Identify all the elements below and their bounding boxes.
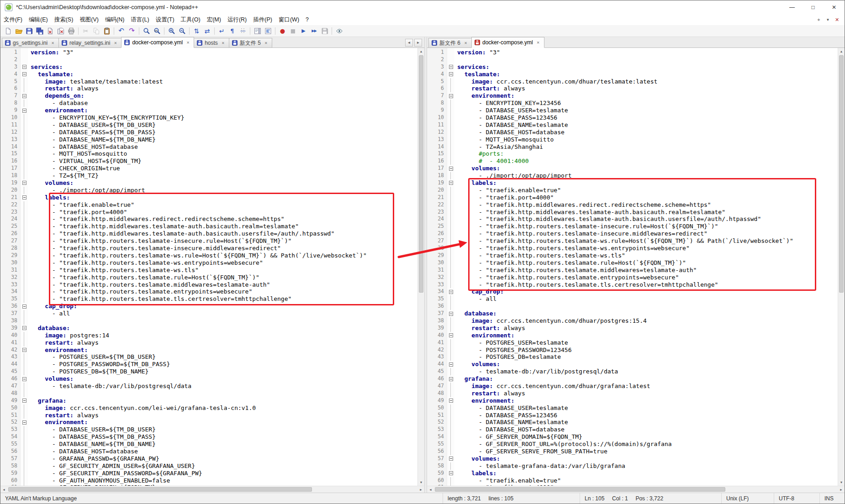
code-line[interactable]: 19 volumes: [0,179,417,187]
toolbar-doc-map-button[interactable] [253,26,262,36]
code-line[interactable]: 5 image: ccr.ccs.tencentyun.com/dhuar/te… [427,78,838,85]
code-line[interactable]: 25 - "traefik.http.routers.teslamate-ins… [427,223,838,230]
scrollbar-track[interactable] [418,55,424,479]
toolbar-close-button[interactable] [45,26,55,36]
code-line[interactable]: 41 restart: always [0,339,417,346]
right-vertical-scrollbar[interactable] [838,48,845,486]
fold-toggle[interactable] [449,167,453,171]
code-line[interactable]: 30 - "traefik.http.routers.teslamate.rul… [427,259,838,267]
code-line[interactable]: 55 - GF_SERVER_ROOT_URL=%(protocol)s://%… [427,441,838,448]
code-line[interactable]: 40 environment: [427,332,838,339]
code-line[interactable]: 58 - GF_SECURITY_ADMIN_USER=${GRAFANA_US… [0,462,417,470]
code-line[interactable]: 31 - "traefik.http.routers.teslamate-ws.… [0,267,417,274]
toolbar-find-button[interactable] [142,26,151,36]
toolbar-close-all-button[interactable] [56,26,65,36]
menu-item-7[interactable]: 设置(T) [153,15,178,25]
code-line[interactable]: 35 - all [427,295,838,303]
code-line[interactable]: 47 image: ccr.ccs.tencentyun.com/dhuar/g… [427,383,838,390]
code-line[interactable]: 15 #ports: [427,150,838,158]
menu-item-12[interactable]: 窗口(W) [275,15,302,25]
code-line[interactable]: 34 - "traefik.http.routers.teslamate.ent… [0,288,417,295]
fold-toggle[interactable] [22,304,26,309]
code-line[interactable]: 27 - "traefik.http.routers.teslamate-ws.… [427,237,838,245]
fold-toggle[interactable] [449,333,453,337]
code-line[interactable]: 59 labels: [427,470,838,477]
menu-item-5[interactable]: 编码(N) [102,15,127,25]
code-line[interactable]: 28 - "traefik.http.routers.teslamate-ws.… [427,245,838,252]
fold-toggle[interactable] [22,195,26,200]
code-line[interactable]: 41 - POSTGRES_USER=teslamate [427,339,838,346]
code-line[interactable]: 49 environment: [427,397,838,404]
code-line[interactable]: 42 environment: [0,346,417,354]
code-line[interactable]: 60 - GF_AUTH_ANONYMOUS_ENABLED=false [0,477,417,484]
code-line[interactable]: 21 labels: [0,194,417,201]
fold-toggle[interactable] [449,72,453,76]
code-line[interactable]: 23 - "traefik.port=4000" [0,209,417,216]
code-line[interactable]: 28 - "traefik.http.routers.teslamate-ins… [0,245,417,252]
toolbar-save-macro-button[interactable] [320,26,329,36]
code-line[interactable]: 54 - DATABASE_PASS=${TM_DB_PASS} [0,433,417,441]
fold-toggle[interactable] [449,471,453,475]
code-line[interactable]: 49 grafana: [0,397,417,404]
code-line[interactable]: 10 - DATABASE_PASS=123456 [427,114,838,121]
code-line[interactable]: 56 - GF_SERVER_SERVE_FROM_SUB_PATH=true [427,448,838,455]
toolbar-paste-button[interactable] [102,26,111,36]
menu-item-10[interactable]: 运行(R) [224,15,250,25]
code-line[interactable]: 33 - "traefik.http.routers.teslamate.tls… [427,281,838,289]
scrollbar-thumb[interactable] [839,55,844,293]
code-line[interactable]: 20 - ./import:/opt/app/import [0,187,417,194]
code-line[interactable]: 50 image: ccr.ccs.tencentyun.com/lei-wei… [0,404,417,412]
code-line[interactable]: 34 cap_drop: [427,288,838,295]
fold-toggle[interactable] [449,312,453,316]
scrollbar-track[interactable] [434,486,838,493]
toolbar-replace-button[interactable]: ab [152,26,162,36]
code-line[interactable]: 9 environment: [0,107,417,114]
code-line[interactable]: 38 image: ccr.ccs.tencentyun.com/dhuar/p… [427,317,838,325]
toolbar-record-macro-button[interactable]: ● [278,26,287,36]
right-horizontal-scrollbar[interactable] [427,486,845,493]
scrollbar-track[interactable] [7,486,417,493]
code-line[interactable]: 37 - all [0,310,417,317]
code-line[interactable]: 27 - "traefik.http.routers.teslamate-ins… [0,237,417,245]
fold-toggle[interactable] [22,65,26,69]
code-line[interactable]: 55 - DATABASE_NAME=${TM_DB_NAME} [0,441,417,448]
code-line[interactable]: 19 labels: [427,179,838,187]
fold-toggle[interactable] [22,109,26,113]
tab-list-dropdown-button[interactable]: ▼ [824,16,832,24]
tab-docker-compose-right[interactable]: docker-compose.yml [471,37,544,48]
code-line[interactable]: 32 - "traefik.http.routers.teslamate.ent… [427,274,838,281]
code-line[interactable]: 26 - "traefik.http.middlewares.teslamate… [0,230,417,237]
tab-new-file-6[interactable]: 新文件 6 [428,38,472,47]
tab-relay-settings[interactable]: relay_settings.ini [58,38,121,47]
toolbar-sync-scroll-vertical-button[interactable]: ⇅ [192,26,201,36]
status-eol-format[interactable]: Unix (LF) [721,493,774,504]
code-line[interactable]: 23 - "traefik.http.middlewares.teslamate… [427,209,838,216]
toolbar-run-macro-multiple-button[interactable]: ▶▶ [309,26,319,36]
code-line[interactable]: 18 - ./import:/opt/app/import [427,172,838,179]
close-tab-button[interactable]: ✕ [833,16,841,24]
fold-toggle[interactable] [449,290,453,294]
code-line[interactable]: 39 restart: always [427,325,838,332]
fold-toggle[interactable] [449,457,453,461]
code-line[interactable]: 3services: [0,63,417,71]
left-horizontal-scrollbar[interactable] [0,486,424,493]
fold-toggle[interactable] [449,65,453,69]
menu-item-9[interactable]: 宏(M) [204,15,224,25]
code-line[interactable]: 3services: [427,63,838,71]
fold-toggle[interactable] [22,399,26,403]
code-line[interactable]: 35 - "traefik.http.routers.teslamate.tls… [0,295,417,303]
tab-hosts[interactable]: hosts [194,38,229,47]
code-line[interactable]: 45 - POSTGRES_DB=${TM_DB_NAME} [0,368,417,375]
toolbar-new-file-button[interactable] [3,26,13,36]
code-line[interactable]: 36 [427,303,838,310]
code-line[interactable]: 11 - DATABASE_NAME=teslamate [427,121,838,129]
code-line[interactable]: 48 restart: always [427,390,838,397]
code-line[interactable]: 18 - TZ=${TM_TZ} [0,172,417,179]
code-line[interactable]: 29 - "traefik.http.routers.teslamate-ws.… [0,252,417,259]
code-line[interactable]: 9 - DATABASE_USER=teslamate [427,107,838,114]
scrollbar-track[interactable] [838,55,845,479]
toolbar-open-file-button[interactable] [14,26,23,36]
code-line[interactable]: 37 database: [427,310,838,317]
toolbar-copy-button[interactable] [91,26,101,36]
code-line[interactable]: 43 - POSTGRES_USER=${TM_DB_USER} [0,353,417,361]
